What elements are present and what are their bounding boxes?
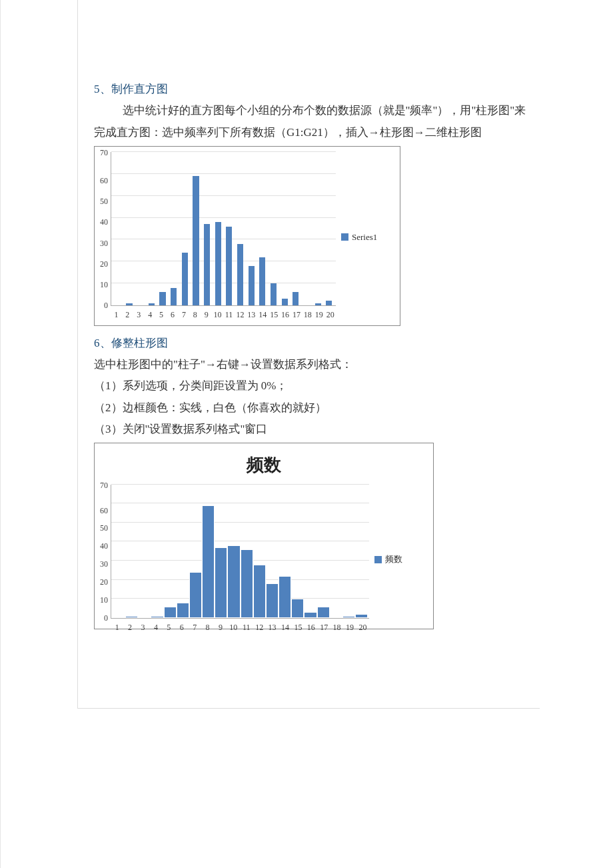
chart-1-legend: Series1 bbox=[336, 229, 394, 246]
x-tick-label: 6 bbox=[175, 620, 188, 635]
section-6-li3: （3）关闭"设置数据系列格式"窗口 bbox=[94, 419, 533, 440]
x-tick-label: 7 bbox=[178, 307, 189, 323]
bar-slot bbox=[202, 485, 215, 618]
bar bbox=[291, 599, 304, 618]
x-tick-label: 4 bbox=[145, 307, 156, 323]
y-tick-label: 50 bbox=[100, 197, 108, 205]
section-5-paragraph: 选中统计好的直方图每个小组的分布个数的数据源（就是"频率"），用"柱形图"来完成… bbox=[94, 100, 533, 143]
bar-slot bbox=[266, 485, 279, 618]
bar bbox=[355, 614, 368, 618]
x-tick-label: 7 bbox=[188, 620, 201, 635]
bar-slot bbox=[323, 152, 334, 305]
y-tick-label: 60 bbox=[100, 177, 108, 185]
x-tick-label: 10 bbox=[212, 307, 223, 323]
x-tick-label: 16 bbox=[280, 307, 291, 323]
chart-1-y-axis: 706050403020100 bbox=[100, 152, 111, 305]
bar-slot bbox=[138, 485, 151, 618]
x-tick-label: 13 bbox=[266, 620, 279, 635]
bar bbox=[164, 607, 177, 618]
chart-1-x-axis: 1234567891011121314151617181920 bbox=[111, 306, 336, 323]
bar bbox=[249, 266, 255, 305]
bar bbox=[202, 505, 215, 618]
bar bbox=[241, 549, 253, 618]
bar-slot bbox=[253, 485, 266, 618]
bar bbox=[315, 303, 321, 305]
x-tick-label: 2 bbox=[123, 620, 136, 635]
bar-slot bbox=[246, 152, 257, 305]
legend-swatch-icon bbox=[374, 556, 382, 563]
y-tick-label: 30 bbox=[100, 560, 108, 568]
x-tick-label: 9 bbox=[201, 307, 212, 323]
bar-slot bbox=[317, 485, 330, 618]
x-tick-label: 17 bbox=[318, 620, 330, 635]
chart-2-legend-label: 频数 bbox=[385, 551, 402, 568]
bar-slot bbox=[241, 485, 253, 618]
bar bbox=[227, 545, 240, 618]
x-tick-label: 8 bbox=[201, 620, 214, 635]
bar bbox=[182, 253, 188, 305]
x-tick-label: 3 bbox=[133, 307, 145, 323]
chart-2-plot-area: 706050403020100 123456789101112131415161… bbox=[100, 485, 369, 635]
bar-slot bbox=[279, 152, 291, 305]
bar bbox=[171, 288, 177, 305]
bottom-margin-rule bbox=[77, 708, 540, 709]
bar-slot bbox=[157, 152, 169, 305]
chart-2-bars bbox=[111, 485, 369, 618]
bar bbox=[177, 603, 189, 618]
chart-1-plot bbox=[111, 152, 336, 306]
bar bbox=[215, 222, 221, 305]
bar bbox=[271, 283, 277, 305]
bar-slot bbox=[164, 485, 177, 618]
bar bbox=[149, 303, 155, 305]
bar-slot bbox=[279, 485, 291, 618]
chart-2-legend: 频数 bbox=[369, 551, 428, 568]
y-tick-label: 0 bbox=[100, 301, 108, 309]
x-tick-label: 12 bbox=[235, 307, 246, 323]
bar bbox=[304, 612, 316, 618]
x-tick-label: 19 bbox=[313, 307, 324, 323]
bar bbox=[253, 565, 266, 618]
x-tick-label: 15 bbox=[269, 307, 280, 323]
x-tick-label: 1 bbox=[111, 307, 122, 323]
section-6-li2: （2）边框颜色：实线，白色（你喜欢的就好） bbox=[94, 397, 533, 419]
bar-slot bbox=[113, 485, 125, 618]
x-tick-label: 1 bbox=[111, 620, 123, 635]
x-tick-label: 2 bbox=[122, 307, 133, 323]
bar bbox=[189, 572, 202, 618]
x-tick-label: 19 bbox=[343, 620, 356, 635]
bar-slot bbox=[177, 485, 189, 618]
y-tick-label: 60 bbox=[100, 507, 108, 515]
bar bbox=[138, 617, 151, 618]
bar-slot bbox=[330, 485, 342, 618]
bar bbox=[317, 607, 330, 618]
y-tick-label: 70 bbox=[100, 481, 108, 489]
y-tick-label: 10 bbox=[100, 281, 108, 289]
bar bbox=[226, 227, 232, 305]
chart-1-legend-label: Series1 bbox=[352, 229, 377, 246]
y-tick-label: 20 bbox=[100, 578, 108, 586]
chart-2-box: 频数 706050403020100 123456789101112131415… bbox=[94, 443, 434, 629]
bar bbox=[330, 617, 342, 618]
bar bbox=[237, 244, 243, 305]
bar bbox=[193, 176, 199, 305]
bar-slot bbox=[213, 152, 224, 305]
bar-slot bbox=[291, 485, 304, 618]
bar-slot bbox=[342, 485, 355, 618]
x-tick-label: 5 bbox=[163, 620, 175, 635]
chart-1-content: 706050403020100 123456789101112131415161… bbox=[100, 152, 394, 323]
y-tick-label: 20 bbox=[100, 260, 108, 268]
y-tick-label: 70 bbox=[100, 149, 108, 157]
bar bbox=[151, 616, 163, 618]
bar bbox=[125, 616, 138, 618]
bar-slot bbox=[189, 485, 202, 618]
bar-slot bbox=[113, 152, 124, 305]
bar-slot bbox=[224, 152, 235, 305]
section-6-paragraph: 选中柱形图中的"柱子"→右键→设置数据系列格式： bbox=[94, 354, 533, 375]
bar-slot bbox=[125, 485, 138, 618]
chart-1-plot-area: 706050403020100 123456789101112131415161… bbox=[100, 152, 336, 323]
bar-slot bbox=[135, 152, 146, 305]
section-5-heading: 5、制作直方图 bbox=[94, 79, 533, 100]
bar bbox=[279, 576, 291, 618]
bar bbox=[326, 301, 332, 305]
y-tick-label: 30 bbox=[100, 239, 108, 247]
